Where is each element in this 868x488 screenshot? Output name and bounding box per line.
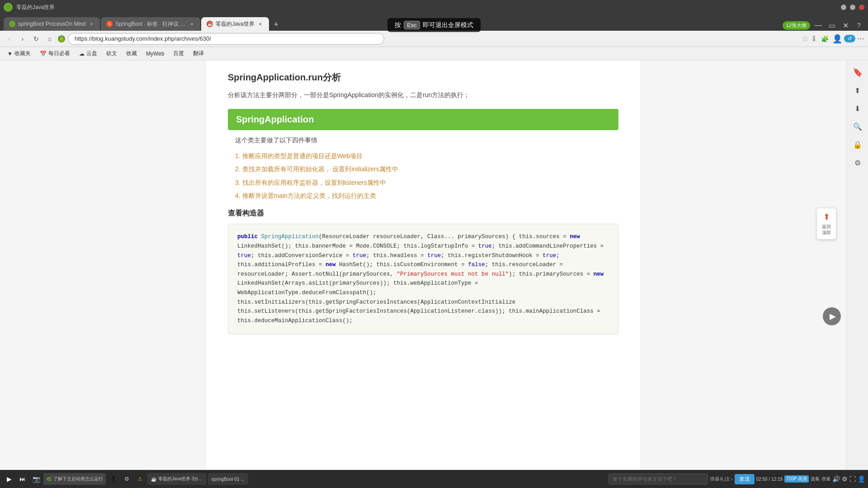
app-icons: T ⚙ ⚠ — [108, 473, 146, 485]
playing-item-icon: ☕ — [151, 477, 156, 482]
maximize-btn[interactable] — [850, 5, 855, 10]
tab-3-label: 零磊的Java世界 — [216, 20, 254, 28]
minimize-btn[interactable] — [841, 5, 846, 10]
right-toolbar-icon-4[interactable]: 🔍 — [849, 118, 866, 135]
bookmark-item-collections[interactable]: ▼ 收藏夹 — [4, 49, 34, 58]
home-btn[interactable]: ⌂ — [44, 33, 55, 44]
window-title: 零磊的Java世界 — [16, 4, 841, 11]
quality-badge[interactable]: 720P 高清 — [784, 475, 809, 483]
speed-btn[interactable]: 倍速 — [821, 476, 830, 482]
right-toolbar-icon-3[interactable]: ⬇ — [849, 100, 866, 117]
code-block: public SpringApplication(ResourceLoader … — [228, 224, 618, 334]
video-play-overlay[interactable]: ▶ — [823, 307, 841, 325]
list-item-4: 4. 推断并设置main方法的定义类，找到运行的主类 — [235, 191, 618, 201]
code-line-8: this.registerShutdownHook = true; — [448, 253, 560, 259]
danmu-rules-btn[interactable]: 弹幕礼仪 › — [710, 476, 733, 483]
volume-icon[interactable]: 🔊 — [832, 475, 840, 483]
time-display: 02:50 / 12:19 — [756, 477, 783, 482]
next-btn[interactable]: ⏭ — [16, 473, 29, 485]
right-toolbar-icon-1[interactable]: 🔖 — [849, 64, 866, 80]
list-item-2: 2. 查找并加载所有可用初始化器， 设置到initializers属性中 — [235, 164, 618, 174]
close-window-btn[interactable]: ✕ — [840, 20, 851, 31]
danmu-area: 弹幕礼仪 › 发送 — [609, 474, 755, 484]
tab-2[interactable]: S SpringBoot · 标签 · 狂神说 · ... × — [101, 17, 200, 31]
close-btn[interactable] — [859, 5, 864, 10]
bookmark-item-cut[interactable]: 砍文 — [103, 49, 121, 58]
new-tab-btn[interactable]: + — [270, 18, 283, 31]
back-to-top-label: 返回顶部 — [822, 224, 831, 235]
spring-item[interactable]: springBoot·01·... — [208, 473, 248, 485]
esc-suffix: 即可退出全屏模式 — [423, 21, 473, 29]
title-bar: 🌿 零磊的Java世界 — [0, 0, 868, 14]
tab-1-favicon: 🌿 — [9, 21, 15, 27]
typora-icon[interactable]: T — [108, 473, 119, 485]
minimize-window-btn[interactable]: — — [813, 20, 824, 31]
fullscreen-icon[interactable]: ⛶ — [849, 475, 856, 483]
player-controls: ▶ ⏭ — [3, 473, 29, 485]
bookmark-item-save[interactable]: 收藏 — [123, 49, 141, 58]
bookmark-item-myweb[interactable]: MyWeb — [142, 50, 168, 58]
forward-btn[interactable]: › — [17, 33, 28, 44]
play-btn[interactable]: ▶ — [3, 473, 15, 485]
esc-key: Esc — [404, 21, 420, 29]
sync-btn[interactable]: ↺ — [844, 35, 855, 42]
bookmark-item-daily[interactable]: 📅 每日必看 — [36, 49, 74, 58]
right-toolbar-icon-5[interactable]: 🔒 — [849, 136, 866, 153]
spring-item-label: springBoot·01·... — [212, 477, 245, 482]
bookmarks-bar: ▼ 收藏夹 📅 每日必看 ☁ 云盘 砍文 收藏 MyWeb 百度 翻译 — [0, 47, 868, 61]
tab-3-favicon: ☕ — [207, 21, 213, 27]
code-line-16: this.setListeners(this.getSpringFactorie… — [237, 308, 505, 314]
restore-window-btn[interactable]: ▭ — [826, 20, 837, 31]
back-to-top-icon: ⬆ — [823, 212, 830, 222]
star-btn[interactable]: ☆ — [802, 34, 809, 44]
address-input[interactable] — [68, 33, 384, 45]
code-line-6: this.addConversionService = true; — [258, 253, 370, 259]
user-btn[interactable]: 👤 — [832, 34, 842, 44]
taskbar-item-1[interactable]: 🌿 了解下主启动类怎么运行 — [43, 473, 106, 485]
code-line-4: this.logStartupInfo = true; — [404, 243, 495, 249]
section-title: SpringApplication.run分析 — [228, 71, 618, 84]
tab-1[interactable]: 🌿 springBoot ProcessOn Mind × — [4, 17, 100, 31]
downloads-btn[interactable]: ⬇ — [811, 34, 817, 44]
back-btn[interactable]: ‹ — [4, 33, 14, 44]
playing-item[interactable]: ☕ 零磊的Java世界·3分... — [147, 473, 206, 485]
code-line-12: Assert.notNull(primarySources, "PrimaryS… — [292, 271, 515, 277]
video-controls-right: 02:50 / 12:19 720P 高清 选集 倍速 🔊 ⚙ ⛶ 👤 — [756, 475, 865, 483]
bookmark-item-baidu[interactable]: 百度 — [170, 49, 188, 58]
send-btn[interactable]: 发送 — [735, 474, 755, 484]
right-toolbar-icon-2[interactable]: ⬆ — [849, 82, 866, 99]
extensions-btn[interactable]: 🧩 — [819, 35, 830, 42]
captions-btn[interactable]: 选集 — [811, 476, 820, 482]
tab-3-close[interactable]: × — [257, 21, 264, 27]
upgrade-btn[interactable]: 12张大纲 — [783, 21, 810, 30]
tab-2-favicon: S — [106, 21, 113, 27]
list-item-3: 3. 找出所有的应用程序监听器，设置到listeners属性中 — [235, 178, 618, 188]
list-item-1: 1. 推断应用的类型是普通的项目还是Web项目 — [235, 151, 618, 161]
refresh-btn[interactable]: ↻ — [31, 33, 42, 44]
settings-menu-btn[interactable]: ⋯ — [857, 34, 864, 43]
bookmark-item-translate[interactable]: 翻译 — [189, 49, 208, 58]
bookmark-item-cloud[interactable]: ☁ 云盘 — [75, 49, 101, 58]
share-icon[interactable]: 👤 — [858, 475, 865, 483]
security-icon[interactable]: 🔒 — [58, 35, 65, 42]
screen-capture-icon[interactable]: 📷 — [31, 474, 42, 484]
back-to-top-btn[interactable]: ⬆ 返回顶部 — [816, 208, 836, 239]
video-play-icon: ▶ — [830, 311, 836, 321]
tab-3[interactable]: ☕ 零磊的Java世界 × — [201, 17, 269, 31]
playing-item-label: 零磊的Java世界·3分... — [158, 476, 203, 482]
browser-logo: 🌿 — [4, 3, 13, 12]
esc-hint: 按 Esc 即可退出全屏模式 — [387, 18, 481, 32]
bottom-bar: ▶ ⏭ 📷 🌿 了解下主启动类怎么运行 T ⚙ ⚠ ☕ 零磊的Java世界·3分… — [0, 470, 868, 488]
right-toolbar-icon-6[interactable]: ⚙ — [849, 155, 866, 171]
section-desc: 分析该方法主要分两部分，一部分是SpringApplication的实例化，二是… — [228, 90, 618, 101]
esc-prefix: 按 — [395, 21, 401, 29]
danmu-input[interactable] — [609, 474, 708, 484]
tab-2-close[interactable]: × — [189, 21, 195, 27]
right-sidebar: 🔖 ⬆ ⬇ 🔍 🔒 ⚙ — [846, 61, 868, 470]
settings-icon[interactable]: ⚙ — [842, 475, 848, 483]
app-icon-2[interactable]: ⚙ — [121, 473, 132, 485]
app-icon-warning[interactable]: ⚠ — [134, 473, 146, 485]
help-btn[interactable]: ? — [854, 20, 864, 31]
code-line-10: this.isCustomEnvironment = false; — [377, 262, 489, 268]
tab-1-close[interactable]: × — [88, 21, 94, 27]
